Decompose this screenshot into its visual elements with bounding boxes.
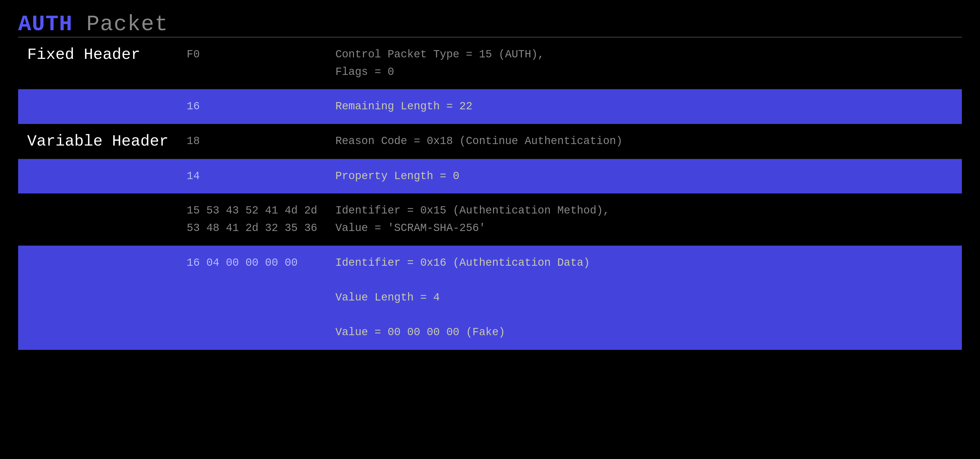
- table-row: 15 53 43 52 41 4d 2d 53 48 41 2d 32 35 3…: [18, 194, 962, 246]
- page-title: AUTH Packet: [18, 12, 962, 37]
- section-label-cell: [18, 194, 178, 246]
- section-label-cell: Fixed Header: [18, 37, 178, 89]
- section-label-cell: [18, 159, 178, 194]
- hex-cell: 16: [178, 89, 326, 124]
- table-row: 16 04 00 00 00 00Identifier = 0x16 (Auth…: [18, 246, 962, 350]
- section-label-cell: [18, 246, 178, 350]
- table-row: Fixed HeaderF0Control Packet Type = 15 (…: [18, 37, 962, 89]
- hex-cell: 16 04 00 00 00 00: [178, 246, 326, 350]
- description-cell: Control Packet Type = 15 (AUTH), Flags =…: [326, 37, 962, 89]
- title-auth: AUTH: [18, 12, 73, 37]
- title-packet: Packet: [73, 12, 168, 37]
- section-label-cell: Variable Header: [18, 124, 178, 159]
- packet-table: Fixed HeaderF0Control Packet Type = 15 (…: [18, 37, 962, 350]
- description-cell: Identifier = 0x15 (Authentication Method…: [326, 194, 962, 246]
- description-cell: Remaining Length = 22: [326, 89, 962, 124]
- description-cell: Identifier = 0x16 (Authentication Data) …: [326, 246, 962, 350]
- hex-cell: 14: [178, 159, 326, 194]
- hex-cell: 15 53 43 52 41 4d 2d 53 48 41 2d 32 35 3…: [178, 194, 326, 246]
- hex-cell: F0: [178, 37, 326, 89]
- description-cell: Property Length = 0: [326, 159, 962, 194]
- table-row: 16Remaining Length = 22: [18, 89, 962, 124]
- table-row: 14Property Length = 0: [18, 159, 962, 194]
- hex-cell: 18: [178, 124, 326, 159]
- description-cell: Reason Code = 0x18 (Continue Authenticat…: [326, 124, 962, 159]
- section-label-cell: [18, 89, 178, 124]
- table-row: Variable Header18Reason Code = 0x18 (Con…: [18, 124, 962, 159]
